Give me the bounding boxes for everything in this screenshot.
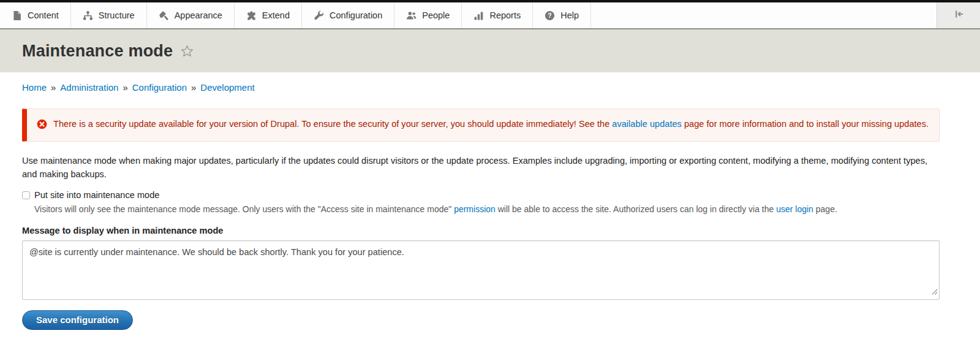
- toolbar-item-label: Help: [560, 10, 579, 20]
- maintenance-mode-checkbox[interactable]: [22, 191, 30, 199]
- sitemap-icon: [83, 10, 93, 21]
- maintenance-message-textarea[interactable]: @site is currently under maintenance. We…: [22, 240, 940, 300]
- error-text-after: page for more information and to install…: [682, 119, 929, 129]
- toolbar-spacer: [591, 2, 937, 28]
- star-outline-icon[interactable]: [180, 44, 194, 61]
- bar-chart-icon: [473, 10, 484, 21]
- toolbar-item-label: Appearance: [175, 10, 222, 20]
- toolbar-item-label: Reports: [489, 10, 521, 20]
- breadcrumb-separator: »: [51, 82, 56, 93]
- breadcrumb-separator: »: [191, 82, 196, 93]
- wrench-icon: [314, 10, 324, 21]
- toolbar-item-extend[interactable]: Extend: [235, 2, 302, 28]
- main-content: Home»Administration»Configuration»Develo…: [0, 82, 980, 330]
- toolbar-item-content[interactable]: Content: [0, 2, 71, 28]
- error-text-before: There is a security update available for…: [53, 119, 612, 129]
- file-icon: [12, 10, 22, 21]
- toolbar-item-label: Structure: [99, 10, 135, 20]
- breadcrumb-link-development[interactable]: Development: [200, 82, 254, 93]
- available-updates-link[interactable]: available updates: [612, 119, 682, 129]
- toolbar-collapse-icon: [952, 9, 965, 22]
- toolbar-item-people[interactable]: People: [394, 2, 462, 28]
- toolbar-item-reports[interactable]: Reports: [462, 2, 533, 28]
- svg-text:?: ?: [548, 12, 551, 19]
- error-message-box: There is a security update available for…: [22, 109, 940, 142]
- breadcrumb-link-configuration[interactable]: Configuration: [132, 82, 187, 93]
- user-login-link[interactable]: user login: [776, 204, 813, 214]
- breadcrumb-link-home[interactable]: Home: [22, 82, 47, 93]
- help-icon: ?: [545, 10, 555, 21]
- intro-text: Use maintenance mode when making major u…: [22, 154, 940, 181]
- resize-handle-icon[interactable]: [931, 286, 938, 297]
- breadcrumb-link-administration[interactable]: Administration: [60, 82, 118, 93]
- admin-toolbar: Content Structure Appearance Extend Conf…: [0, 2, 980, 29]
- toolbar-item-structure[interactable]: Structure: [71, 2, 147, 28]
- toolbar-item-configuration[interactable]: Configuration: [302, 2, 394, 28]
- maintenance-mode-checkbox-row: Put site into maintenance mode: [22, 190, 940, 200]
- breadcrumb: Home»Administration»Configuration»Develo…: [22, 82, 940, 93]
- description-text: Visitors will only see the maintenance m…: [34, 204, 454, 214]
- toolbar-item-label: Extend: [262, 10, 290, 20]
- people-icon: [406, 10, 417, 21]
- checkbox-description: Visitors will only see the maintenance m…: [22, 204, 940, 214]
- paintbrush-icon: [159, 10, 169, 21]
- permission-link[interactable]: permission: [454, 204, 496, 214]
- toolbar-collapse-toggle[interactable]: [937, 2, 980, 28]
- error-circle-icon: [37, 119, 47, 133]
- error-message-text: There is a security update available for…: [53, 117, 929, 133]
- description-text: will be able to access the site. Authori…: [496, 204, 776, 214]
- toolbar-item-label: Content: [28, 10, 59, 20]
- toolbar-item-appearance[interactable]: Appearance: [147, 2, 235, 28]
- breadcrumb-separator: »: [123, 82, 127, 93]
- puzzle-icon: [246, 10, 257, 21]
- message-field-label: Message to display when in maintenance m…: [22, 226, 940, 235]
- page-header: Maintenance mode: [0, 29, 980, 72]
- page-title: Maintenance mode: [22, 42, 173, 61]
- toolbar-item-help[interactable]: ? Help: [533, 2, 591, 28]
- description-text: page.: [813, 204, 837, 214]
- save-configuration-button[interactable]: Save configuration: [22, 310, 133, 330]
- toolbar-item-label: Configuration: [330, 10, 382, 20]
- message-textarea-wrap: @site is currently under maintenance. We…: [22, 240, 940, 300]
- toolbar-item-label: People: [422, 10, 450, 20]
- maintenance-mode-checkbox-label: Put site into maintenance mode: [34, 190, 159, 200]
